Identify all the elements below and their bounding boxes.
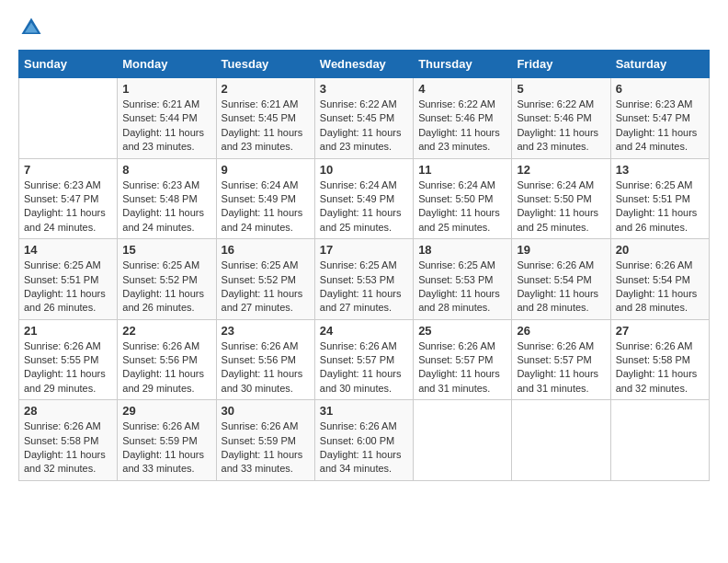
calendar-cell: 4Sunrise: 6:22 AM Sunset: 5:46 PM Daylig…	[414, 78, 512, 159]
calendar-cell: 24Sunrise: 6:26 AM Sunset: 5:57 PM Dayli…	[314, 319, 413, 400]
day-info: Sunrise: 6:26 AM Sunset: 5:57 PM Dayligh…	[320, 339, 408, 396]
day-number: 18	[418, 243, 506, 257]
calendar-cell: 8Sunrise: 6:23 AM Sunset: 5:48 PM Daylig…	[118, 158, 216, 239]
calendar-row: 7Sunrise: 6:23 AM Sunset: 5:47 PM Daylig…	[19, 158, 710, 239]
day-info: Sunrise: 6:25 AM Sunset: 5:51 PM Dayligh…	[616, 178, 704, 236]
day-number: 8	[122, 163, 210, 177]
day-number: 12	[517, 163, 605, 177]
day-info: Sunrise: 6:26 AM Sunset: 5:54 PM Dayligh…	[616, 259, 704, 316]
day-number: 6	[616, 82, 704, 96]
weekday-header: Tuesday	[216, 51, 314, 78]
day-info: Sunrise: 6:22 AM Sunset: 5:46 PM Dayligh…	[517, 98, 605, 155]
calendar-cell: 6Sunrise: 6:23 AM Sunset: 5:47 PM Daylig…	[610, 78, 709, 159]
calendar-cell: 12Sunrise: 6:24 AM Sunset: 5:50 PM Dayli…	[512, 158, 610, 239]
calendar-cell: 1Sunrise: 6:21 AM Sunset: 5:44 PM Daylig…	[118, 78, 216, 159]
calendar-cell: 28Sunrise: 6:26 AM Sunset: 5:58 PM Dayli…	[19, 400, 118, 481]
header-row: SundayMondayTuesdayWednesdayThursdayFrid…	[19, 51, 710, 78]
calendar-row: 21Sunrise: 6:26 AM Sunset: 5:55 PM Dayli…	[19, 319, 710, 400]
weekday-header: Sunday	[19, 51, 118, 78]
calendar-row: 14Sunrise: 6:25 AM Sunset: 5:51 PM Dayli…	[19, 239, 710, 320]
day-number: 10	[320, 163, 408, 177]
day-info: Sunrise: 6:24 AM Sunset: 5:49 PM Dayligh…	[222, 178, 310, 236]
day-info: Sunrise: 6:26 AM Sunset: 5:57 PM Dayligh…	[517, 339, 605, 396]
day-number: 23	[222, 324, 310, 338]
day-number: 1	[122, 82, 210, 96]
day-number: 14	[24, 243, 112, 257]
calendar-cell: 22Sunrise: 6:26 AM Sunset: 5:56 PM Dayli…	[118, 319, 216, 400]
calendar-cell: 13Sunrise: 6:25 AM Sunset: 5:51 PM Dayli…	[610, 158, 709, 239]
calendar-cell	[19, 78, 118, 159]
day-number: 29	[122, 404, 210, 418]
calendar-cell: 18Sunrise: 6:25 AM Sunset: 5:53 PM Dayli…	[414, 239, 512, 320]
day-number: 5	[517, 82, 605, 96]
day-info: Sunrise: 6:23 AM Sunset: 5:47 PM Dayligh…	[616, 98, 704, 155]
day-number: 20	[616, 243, 704, 257]
day-info: Sunrise: 6:26 AM Sunset: 5:56 PM Dayligh…	[222, 339, 310, 396]
day-number: 4	[418, 82, 506, 96]
calendar-cell: 23Sunrise: 6:26 AM Sunset: 5:56 PM Dayli…	[216, 319, 314, 400]
calendar-cell: 10Sunrise: 6:24 AM Sunset: 5:49 PM Dayli…	[314, 158, 413, 239]
calendar-header: SundayMondayTuesdayWednesdayThursdayFrid…	[19, 51, 710, 78]
calendar-cell	[512, 400, 610, 481]
calendar-cell: 9Sunrise: 6:24 AM Sunset: 5:49 PM Daylig…	[216, 158, 314, 239]
calendar-cell: 14Sunrise: 6:25 AM Sunset: 5:51 PM Dayli…	[19, 239, 118, 320]
day-info: Sunrise: 6:25 AM Sunset: 5:52 PM Dayligh…	[122, 259, 210, 316]
day-info: Sunrise: 6:26 AM Sunset: 5:57 PM Dayligh…	[418, 339, 506, 396]
day-info: Sunrise: 6:21 AM Sunset: 5:45 PM Dayligh…	[222, 98, 310, 155]
calendar-cell: 15Sunrise: 6:25 AM Sunset: 5:52 PM Dayli…	[118, 239, 216, 320]
calendar-cell: 20Sunrise: 6:26 AM Sunset: 5:54 PM Dayli…	[610, 239, 709, 320]
day-info: Sunrise: 6:26 AM Sunset: 5:59 PM Dayligh…	[222, 419, 310, 477]
day-number: 7	[24, 163, 112, 177]
day-number: 11	[418, 163, 506, 177]
calendar-table: SundayMondayTuesdayWednesdayThursdayFrid…	[18, 50, 710, 481]
calendar-cell: 19Sunrise: 6:26 AM Sunset: 5:54 PM Dayli…	[512, 239, 610, 320]
day-number: 26	[517, 324, 605, 338]
calendar-cell	[414, 400, 512, 481]
day-number: 17	[320, 243, 408, 257]
day-info: Sunrise: 6:23 AM Sunset: 5:48 PM Dayligh…	[122, 178, 210, 236]
calendar-cell: 25Sunrise: 6:26 AM Sunset: 5:57 PM Dayli…	[414, 319, 512, 400]
day-info: Sunrise: 6:26 AM Sunset: 5:55 PM Dayligh…	[24, 339, 112, 396]
day-info: Sunrise: 6:26 AM Sunset: 5:58 PM Dayligh…	[616, 339, 704, 396]
day-info: Sunrise: 6:26 AM Sunset: 5:59 PM Dayligh…	[122, 419, 210, 477]
calendar-row: 1Sunrise: 6:21 AM Sunset: 5:44 PM Daylig…	[19, 78, 710, 159]
calendar-cell: 27Sunrise: 6:26 AM Sunset: 5:58 PM Dayli…	[610, 319, 709, 400]
day-info: Sunrise: 6:24 AM Sunset: 5:49 PM Dayligh…	[320, 178, 408, 236]
calendar-cell: 3Sunrise: 6:22 AM Sunset: 5:45 PM Daylig…	[314, 78, 413, 159]
day-number: 30	[222, 404, 310, 418]
day-number: 15	[122, 243, 210, 257]
calendar-cell: 29Sunrise: 6:26 AM Sunset: 5:59 PM Dayli…	[118, 400, 216, 481]
day-info: Sunrise: 6:23 AM Sunset: 5:47 PM Dayligh…	[24, 178, 112, 236]
day-info: Sunrise: 6:24 AM Sunset: 5:50 PM Dayligh…	[418, 178, 506, 236]
day-number: 25	[418, 324, 506, 338]
calendar-cell: 11Sunrise: 6:24 AM Sunset: 5:50 PM Dayli…	[414, 158, 512, 239]
day-number: 16	[222, 243, 310, 257]
weekday-header: Saturday	[610, 51, 709, 78]
day-info: Sunrise: 6:25 AM Sunset: 5:52 PM Dayligh…	[222, 259, 310, 316]
calendar-cell: 26Sunrise: 6:26 AM Sunset: 5:57 PM Dayli…	[512, 319, 610, 400]
day-info: Sunrise: 6:24 AM Sunset: 5:50 PM Dayligh…	[517, 178, 605, 236]
calendar-cell: 5Sunrise: 6:22 AM Sunset: 5:46 PM Daylig…	[512, 78, 610, 159]
day-number: 3	[320, 82, 408, 96]
day-number: 2	[222, 82, 310, 96]
day-number: 24	[320, 324, 408, 338]
weekday-header: Wednesday	[314, 51, 413, 78]
day-number: 28	[24, 404, 112, 418]
day-number: 13	[616, 163, 704, 177]
weekday-header: Thursday	[414, 51, 512, 78]
calendar-cell: 16Sunrise: 6:25 AM Sunset: 5:52 PM Dayli…	[216, 239, 314, 320]
day-info: Sunrise: 6:25 AM Sunset: 5:53 PM Dayligh…	[320, 259, 408, 316]
logo-icon	[18, 15, 44, 40]
logo	[18, 18, 48, 40]
day-info: Sunrise: 6:25 AM Sunset: 5:51 PM Dayligh…	[24, 259, 112, 316]
calendar-cell: 17Sunrise: 6:25 AM Sunset: 5:53 PM Dayli…	[314, 239, 413, 320]
day-info: Sunrise: 6:26 AM Sunset: 5:54 PM Dayligh…	[517, 259, 605, 316]
day-number: 21	[24, 324, 112, 338]
calendar-cell: 2Sunrise: 6:21 AM Sunset: 5:45 PM Daylig…	[216, 78, 314, 159]
page-header	[18, 18, 710, 40]
day-info: Sunrise: 6:26 AM Sunset: 6:00 PM Dayligh…	[320, 419, 408, 477]
day-number: 9	[222, 163, 310, 177]
day-info: Sunrise: 6:25 AM Sunset: 5:53 PM Dayligh…	[418, 259, 506, 316]
day-info: Sunrise: 6:26 AM Sunset: 5:58 PM Dayligh…	[24, 419, 112, 477]
weekday-header: Friday	[512, 51, 610, 78]
